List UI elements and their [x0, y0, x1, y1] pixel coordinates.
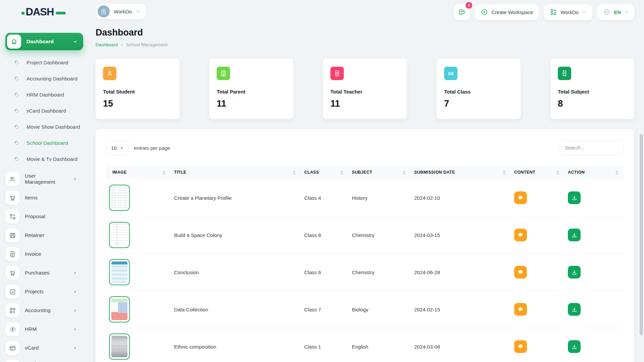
column-header-class[interactable]: CLASS: [301, 165, 348, 179]
sidebar-item-items[interactable]: Items: [5, 188, 91, 207]
column-header-subject[interactable]: SUBJECT: [348, 165, 411, 179]
bullet-icon: [14, 92, 19, 97]
group-label: HRM: [25, 326, 37, 332]
column-header-title[interactable]: TITLE: [171, 165, 301, 179]
workspace-switcher-button[interactable]: WorkDo: [544, 4, 592, 20]
bullet-icon: [14, 140, 19, 145]
assignment-subject: Chemistry: [348, 217, 411, 254]
sidebar-item-movie-tv-dashboard[interactable]: Movie & Tv Dashboard: [5, 151, 91, 167]
download-icon: [571, 269, 578, 276]
search-input[interactable]: [560, 140, 624, 155]
messages-button[interactable]: 0: [454, 4, 470, 20]
group-label: Purchases: [25, 270, 49, 276]
content-comment-button[interactable]: [514, 340, 527, 353]
assignment-date: 2024-03-15: [411, 217, 511, 254]
sidebar-item-movie-show-dashboard[interactable]: Movie Show Dashboard: [5, 119, 91, 135]
chat-bubble-icon: [517, 194, 524, 201]
download-icon: [571, 232, 578, 238]
workspace-selector[interactable]: WorkDo: [96, 4, 146, 19]
sidebar-item-movie-tv-studio[interactable]: Movie & TV Studio: [5, 357, 91, 362]
chevron-right-icon: [73, 290, 77, 294]
download-button[interactable]: [568, 303, 581, 316]
download-button[interactable]: [568, 229, 581, 241]
content-comment-button[interactable]: [514, 303, 527, 316]
users-icon: [5, 172, 19, 186]
create-workspace-button[interactable]: Create Workspace: [475, 4, 539, 20]
bullet-icon: [14, 108, 19, 113]
assignment-date: 2024-02-15: [411, 291, 511, 328]
sidebar-item-school-dashboard[interactable]: School Dashboard: [5, 135, 91, 151]
chevron-right-icon: [73, 327, 77, 331]
workspace-avatar: [98, 5, 110, 17]
stat-card-total-parent: Total Parent 11: [209, 59, 293, 119]
sidebar-item-project-dashboard[interactable]: Project Dashboard: [5, 54, 91, 70]
download-button[interactable]: [568, 340, 581, 353]
sidebar-item-proposal[interactable]: Proposal: [5, 207, 91, 226]
group-label: Invoice: [25, 251, 41, 257]
chevron-right-icon: [73, 346, 77, 350]
content-comment-button[interactable]: [514, 191, 527, 204]
stat-cards: Total Student 15 Total Parent 11 Total T…: [96, 59, 634, 119]
page-size-select[interactable]: 10: [106, 140, 128, 155]
assignment-thumbnail: [109, 222, 130, 248]
assignment-thumbnail: [109, 334, 130, 360]
bullet-icon: [14, 60, 19, 65]
breadcrumb: Dashboard › School Management: [96, 42, 634, 47]
sidebar-item-user-management[interactable]: User Management: [5, 170, 91, 188]
chevron-down-icon: [120, 146, 124, 150]
sidebar-item-purchases[interactable]: Purchases: [5, 263, 91, 282]
assignment-title: Ethnic composition: [171, 328, 301, 362]
sidebar-item-label: Dashboard: [26, 39, 54, 45]
assignment-subject: Chemistry: [348, 254, 411, 291]
stat-value: 11: [217, 99, 286, 109]
subitem-label: Movie & Tv Dashboard: [26, 156, 77, 162]
breadcrumb-dashboard-link[interactable]: Dashboard: [96, 42, 118, 47]
column-header-content[interactable]: CONTENT: [511, 165, 565, 179]
workspace-switcher-label: WorkDo: [560, 9, 579, 15]
breadcrumb-current: School Management: [126, 42, 168, 47]
group-label: Retainer: [25, 232, 45, 238]
column-header-submission-date[interactable]: SUBMISSION DATE: [411, 165, 511, 179]
sidebar-item-retainer[interactable]: Retainer: [5, 226, 91, 245]
id-card-icon: [330, 67, 344, 80]
sidebar-item-hrm[interactable]: HRM: [5, 320, 91, 339]
table-row: Ethnic composition Class 1 English 2024-…: [106, 328, 624, 362]
language-selector[interactable]: EN: [597, 4, 635, 20]
sidebar-item-vcard[interactable]: vCard: [5, 339, 91, 357]
assignment-class: Class 1: [301, 328, 348, 362]
assignment-class: Class 4: [301, 179, 348, 217]
assignment-title: Create a Planetary Profile: [171, 179, 301, 217]
sidebar-item-accounting-dashboard[interactable]: Accounting Dashboard: [5, 70, 91, 86]
content-comment-button[interactable]: [514, 229, 527, 241]
bullet-icon: [14, 156, 19, 162]
entries-per-page-label: entries per page: [134, 145, 170, 151]
home-icon: [7, 35, 21, 49]
group-label: vCard: [25, 345, 39, 351]
column-header-image[interactable]: IMAGE: [106, 165, 171, 179]
sidebar: Dashboard Project Dashboard Accounting D…: [0, 24, 91, 362]
sidebar-item-accounting[interactable]: Accounting: [5, 301, 91, 320]
scrollbar[interactable]: [640, 134, 643, 335]
group-label: User Management: [25, 173, 67, 185]
sidebar-item-projects[interactable]: Projects: [5, 282, 91, 301]
content-comment-button[interactable]: [514, 266, 527, 279]
chat-bubble-icon: [517, 232, 524, 238]
assignment-date: 2024-03-08: [411, 328, 511, 362]
language-label: EN: [614, 9, 621, 15]
person-icon: [103, 67, 116, 80]
sidebar-item-dashboard[interactable]: Dashboard: [5, 33, 83, 50]
assignment-date: 2024-02-10: [411, 179, 511, 217]
logo-dot-icon: [21, 12, 24, 15]
group-label: Movie & TV Studio: [25, 361, 67, 362]
logo-dash-icon: [56, 12, 66, 14]
download-button[interactable]: [568, 266, 581, 279]
sidebar-item-invoice[interactable]: Invoice: [5, 245, 91, 263]
dashboard-submenu: Project Dashboard Accounting Dashboard H…: [5, 54, 91, 167]
sidebar-item-hrm-dashboard[interactable]: HRM Dashboard: [5, 86, 91, 103]
sidebar-item-vcard-dashboard[interactable]: vCard Dashboard: [5, 103, 91, 119]
stat-label: Total Teacher: [330, 89, 399, 95]
download-button[interactable]: [568, 191, 581, 204]
cart-icon: [5, 191, 19, 205]
check-square-icon: [5, 285, 19, 299]
column-header-action[interactable]: ACTION: [565, 165, 624, 179]
